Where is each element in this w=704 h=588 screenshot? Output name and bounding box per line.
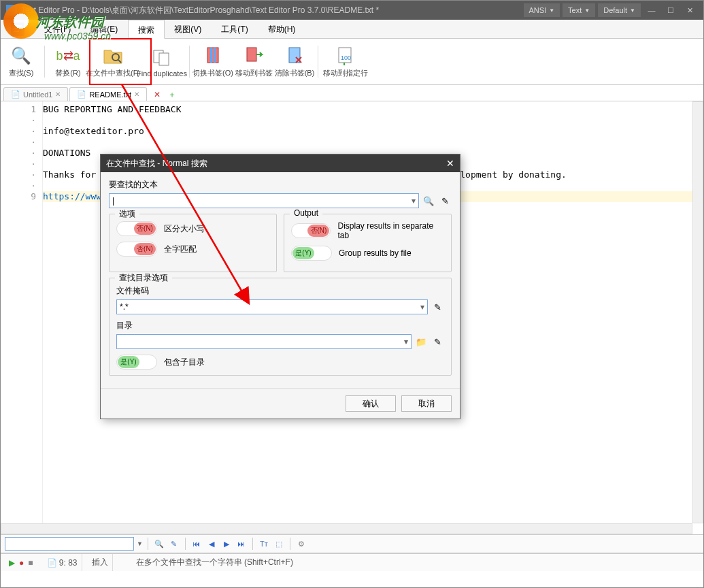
find-in-files-dialog: 在文件中查找 - Normal 搜索 ✕ 要查找的文本 | 🔍 ✎ 选项 否(N… <box>100 154 460 419</box>
ribbon-goto-bookmark[interactable]: 移动到书签 <box>233 42 274 82</box>
theme-dropdown[interactable]: Default▼ <box>598 3 641 17</box>
horizontal-scrollbar[interactable] <box>1 523 692 534</box>
tab-edit[interactable]: 编辑(E) <box>81 20 128 38</box>
search-icon[interactable]: 🔍 <box>153 538 165 550</box>
ribbon-clear-bookmarks[interactable]: 清除书签(B) <box>274 42 315 82</box>
edit-dir-icon[interactable]: ✎ <box>431 335 444 348</box>
minimize-button[interactable]: ― <box>643 3 660 17</box>
svg-rect-2 <box>14 28 22 29</box>
macro-record-icon[interactable]: ● <box>19 558 24 568</box>
status-hint: 在多个文件中查找一个字符串 (Shift+Ctrl+F) <box>132 554 699 571</box>
last-icon[interactable]: ⏭ <box>235 538 248 550</box>
svg-rect-10 <box>214 48 216 63</box>
ribbon-find-duplicates[interactable]: Find duplicates <box>137 42 186 82</box>
settings-icon[interactable]: ⚙ <box>295 538 307 550</box>
directory-options-group: 查找目录选项 文件掩码 *.* ✎ 目录 📁 ✎ 是(Y) 包含子目录 <box>109 278 452 376</box>
search-text-input[interactable]: | <box>109 193 419 208</box>
ribbon-toggle-bookmark[interactable]: 切换书签(O) <box>192 42 233 82</box>
encoding-dropdown[interactable]: ANSI▼ <box>524 3 560 17</box>
ribbon-body: 🔍 查找(S) b⇄a 替换(R) 在文件中查找(F) Find duplica… <box>1 39 703 85</box>
include-subdirs-toggle[interactable]: 是(Y) <box>116 355 157 370</box>
doc-tab-readme[interactable]: 📄 README.txt ✕ <box>69 87 147 101</box>
macro-play-icon[interactable]: ▶ <box>9 558 15 568</box>
edit-icon[interactable]: ✎ <box>168 538 180 550</box>
ribbon-find-in-files[interactable]: 在文件中查找(F) <box>88 42 137 82</box>
replace-icon: b⇄a <box>57 45 79 67</box>
format-dropdown[interactable]: Text▼ <box>563 3 595 17</box>
close-button[interactable]: ✕ <box>682 3 698 17</box>
dialog-titlebar[interactable]: 在文件中查找 - Normal 搜索 ✕ <box>101 154 460 172</box>
close-icon[interactable]: ✕ <box>134 91 139 98</box>
document-tabs: 📄 Untitled1 ✕ 📄 README.txt ✕ ✕ ＋ <box>1 85 703 101</box>
macro-stop-icon[interactable]: ■ <box>28 558 33 568</box>
maximize-button[interactable]: ☐ <box>663 3 679 17</box>
window-titlebar: Text Editor Pro - D:\tools\桌面\河东软件园\Text… <box>1 1 703 20</box>
file-icon: 📄 <box>11 90 20 99</box>
file-icon: 📄 <box>77 90 86 99</box>
tab-search[interactable]: 搜索 <box>128 20 165 39</box>
case-icon[interactable]: Tт <box>258 538 270 550</box>
browse-folder-icon[interactable]: 📁 <box>414 335 428 348</box>
quick-find-input[interactable] <box>5 537 134 551</box>
options-group: 选项 否(N) 区分大小写 否(N) 全字匹配 <box>109 214 277 272</box>
svg-rect-8 <box>207 48 218 63</box>
app-icon <box>6 5 17 16</box>
insert-mode[interactable]: 插入 <box>88 554 113 571</box>
tab-view[interactable]: 视图(V) <box>165 20 212 38</box>
page-icon: 📄 <box>47 558 57 568</box>
output-group: Output 否(N) Display results in separate … <box>284 214 452 272</box>
ribbon-find[interactable]: 🔍 查找(S) <box>1 42 41 82</box>
case-sensitive-toggle[interactable]: 否(N) <box>116 221 157 236</box>
app-menu-icon[interactable] <box>1 20 35 38</box>
bookmark-goto-icon <box>243 45 265 67</box>
bookmark-clear-icon <box>284 45 305 67</box>
directory-input[interactable] <box>116 334 412 349</box>
edit-mask-icon[interactable]: ✎ <box>431 300 444 314</box>
svg-rect-7 <box>159 53 169 65</box>
goto-line-icon: 100 <box>335 45 356 67</box>
prev-icon[interactable]: ◀ <box>205 538 218 550</box>
tab-tools[interactable]: 工具(T) <box>212 20 258 38</box>
statusbar: ▶ ● ■ 📄 9: 83 插入 在多个文件中查找一个字符串 (Shift+Ct… <box>1 553 703 571</box>
svg-rect-9 <box>210 48 212 63</box>
window-title: Text Editor Pro - D:\tools\桌面\河东软件园\Text… <box>21 5 524 16</box>
next-icon[interactable]: ▶ <box>220 538 233 550</box>
first-icon[interactable]: ⏮ <box>190 538 203 550</box>
ribbon-replace[interactable]: b⇄a 替换(R) <box>48 42 88 82</box>
ribbon-goto-line[interactable]: 100 移动到指定行 <box>321 42 370 82</box>
ribbon-tabs: 文件(F) 编辑(E) 搜索 视图(V) 工具(T) 帮助(H) <box>1 20 703 39</box>
tab-close-all[interactable]: ✕ <box>151 88 163 101</box>
find-toolbar: ▼ 🔍 ✎ ⏮ ◀ ▶ ⏭ Tт ⬚ ⚙ <box>1 534 703 553</box>
cancel-button[interactable]: 取消 <box>401 395 452 412</box>
bookmark-icon <box>202 45 224 67</box>
close-icon[interactable]: ✕ <box>55 91 61 98</box>
tab-new[interactable]: ＋ <box>166 88 178 101</box>
dialog-close-icon[interactable]: ✕ <box>446 158 454 169</box>
separate-tab-toggle[interactable]: 否(N) <box>291 223 331 238</box>
ok-button[interactable]: 确认 <box>346 395 396 412</box>
cursor-position: 9: 83 <box>59 558 78 568</box>
vertical-scrollbar[interactable] <box>692 101 703 523</box>
tab-help[interactable]: 帮助(H) <box>258 20 306 38</box>
svg-rect-11 <box>247 48 256 61</box>
group-by-file-toggle[interactable]: 是(Y) <box>291 246 332 261</box>
highlight-icon[interactable]: ⬚ <box>273 538 285 550</box>
search-text-label: 要查找的文本 <box>109 179 452 191</box>
doc-tab-untitled[interactable]: 📄 Untitled1 ✕ <box>3 87 68 101</box>
whole-word-toggle[interactable]: 否(N) <box>116 242 157 257</box>
preview-icon[interactable]: 🔍 <box>422 194 435 208</box>
edit-search-icon[interactable]: ✎ <box>438 194 452 208</box>
tab-file[interactable]: 文件(F) <box>35 20 81 38</box>
svg-rect-3 <box>14 31 19 32</box>
folder-search-icon <box>102 45 124 67</box>
svg-text:100: 100 <box>341 54 351 61</box>
duplicates-icon <box>151 46 173 68</box>
file-mask-input[interactable]: *.* <box>116 299 428 314</box>
svg-rect-1 <box>14 25 22 27</box>
search-icon: 🔍 <box>10 45 32 67</box>
